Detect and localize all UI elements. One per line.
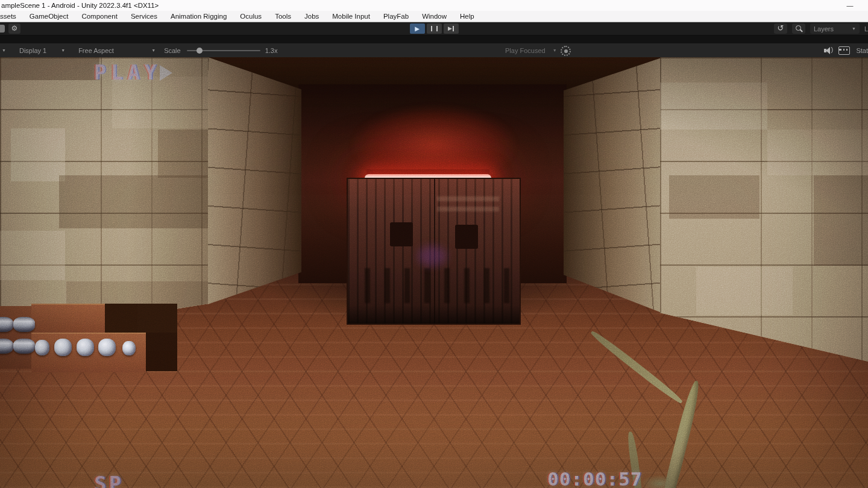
scale-label: Scale — [164, 47, 181, 54]
metal-can — [54, 339, 72, 356]
mute-audio-icon[interactable]: ) — [824, 47, 832, 54]
menu-component[interactable]: Component — [81, 13, 124, 20]
metal-can — [98, 339, 116, 356]
menu-playfab[interactable]: PlayFab — [383, 13, 415, 20]
metal-can — [77, 339, 94, 356]
game-viewport[interactable]: PLAY SP 00:00:57 — [0, 57, 868, 488]
window-title: ampleScene 1 - Android - Unity 2022.3.4f… — [1, 2, 159, 9]
aspect-label: Free Aspect — [78, 47, 114, 54]
history-icon[interactable]: ↺ — [774, 23, 787, 34]
metal-can — [0, 339, 13, 354]
chevron-down-icon: ▼ — [553, 48, 557, 52]
step-shadow — [101, 304, 177, 333]
search-icon[interactable] — [792, 23, 805, 34]
play-focused-dropdown[interactable]: Play Focused ▼ — [505, 43, 557, 57]
menu-help[interactable]: Help — [460, 13, 481, 20]
metal-can — [35, 340, 49, 355]
door-handle — [455, 225, 478, 249]
display-dropdown[interactable]: Display 1 ▼ — [19, 47, 65, 54]
menu-jobs[interactable]: Jobs — [304, 13, 326, 20]
metal-can — [0, 317, 13, 332]
game-tab-caret[interactable]: ▼ — [2, 48, 6, 52]
vhs-glitch-artifact — [418, 246, 447, 266]
menu-mobile-input[interactable]: Mobile Input — [332, 13, 377, 20]
menubar: ssets GameObject Component Services Anim… — [0, 11, 868, 22]
vhs-play-indicator: PLAY — [94, 61, 172, 84]
right-wall-receding-face — [564, 57, 663, 313]
door-handle — [390, 222, 413, 246]
display-label: Display 1 — [19, 47, 46, 54]
menu-oculus[interactable]: Oculus — [240, 13, 268, 20]
corridor — [298, 84, 567, 283]
left-wall-receding-face — [208, 57, 301, 304]
plant-base — [641, 475, 679, 488]
layers-dropdown[interactable]: Layers ▼ — [810, 23, 860, 34]
keyboard-icon[interactable] — [838, 46, 850, 55]
panel-divider — [0, 36, 868, 43]
play-icon: ▶ — [415, 26, 420, 32]
step-upper — [31, 304, 105, 334]
chevron-down-icon: ▼ — [61, 48, 65, 52]
menu-services[interactable]: Services — [131, 13, 164, 20]
pause-button[interactable] — [427, 23, 442, 34]
unity-toolbar: ⚙ ▶ ▶ ↺ Layers ▼ L — [0, 22, 868, 36]
metal-can — [13, 317, 35, 332]
metal-can — [122, 341, 136, 355]
play-triangle-icon — [160, 65, 172, 81]
metal-can — [13, 339, 35, 354]
menu-gameobject[interactable]: GameObject — [30, 13, 75, 20]
door-bottom-marks — [350, 268, 517, 303]
wall-shading — [660, 57, 868, 361]
right-stone-wall — [660, 57, 868, 361]
minimize-button[interactable]: — — [843, 0, 857, 11]
scale-slider-knob[interactable] — [197, 48, 203, 54]
vhs-sp-label: SP — [94, 472, 124, 488]
window-titlebar[interactable]: ampleScene 1 - Android - Unity 2022.3.4f… — [0, 0, 868, 11]
wall-shading — [0, 57, 208, 337]
game-view-toolbar: ▼ Display 1 ▼ Free Aspect ▼ Scale 1.3x P… — [0, 43, 868, 58]
door-shadow — [348, 305, 520, 324]
step-icon: ▶ — [448, 26, 454, 31]
scale-slider[interactable] — [187, 50, 260, 51]
step-shadow — [143, 333, 177, 371]
scale-value: 1.3x — [265, 47, 278, 54]
brick-steps — [0, 301, 181, 374]
menu-tools[interactable]: Tools — [275, 13, 298, 20]
stats-button-clipped[interactable]: Stat — [856, 47, 868, 54]
step-button[interactable]: ▶ — [444, 23, 459, 34]
vhs-timer: 00:00:57 — [547, 468, 642, 488]
play-focused-label: Play Focused — [505, 47, 546, 54]
aspect-ratio-dropdown[interactable]: Free Aspect ▼ — [78, 47, 156, 54]
chevron-down-icon: ▼ — [852, 27, 856, 31]
play-button[interactable]: ▶ — [410, 23, 425, 34]
door-stencil-text — [437, 193, 499, 211]
menu-animation-rigging[interactable]: Animation Rigging — [171, 13, 233, 20]
bug-icon[interactable] — [561, 46, 571, 56]
step-shelf — [0, 306, 34, 369]
plant-blade — [660, 380, 702, 488]
layout-dropdown-clipped[interactable]: L — [864, 25, 868, 33]
layers-label: Layers — [814, 25, 834, 33]
left-stone-wall — [0, 57, 208, 337]
menu-window[interactable]: Window — [422, 13, 453, 20]
pause-icon — [431, 26, 438, 31]
menu-assets[interactable]: ssets — [0, 13, 23, 20]
chevron-down-icon: ▼ — [151, 48, 156, 52]
